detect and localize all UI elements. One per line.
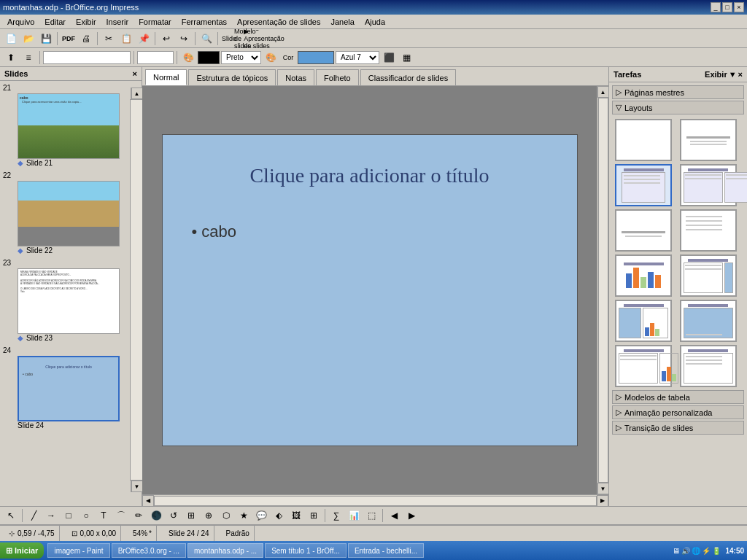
color2-select[interactable]: Azul 7 <box>336 51 379 64</box>
callout-tool[interactable]: 💬 <box>253 508 269 524</box>
arrow-line-tool[interactable]: → <box>43 508 59 524</box>
vscroll-up[interactable]: ▲ <box>597 86 609 98</box>
arrow-tool[interactable]: ↖ <box>3 508 19 524</box>
tasks-close-button[interactable]: × <box>738 70 743 79</box>
hscroll-left[interactable]: ◀ <box>142 495 154 507</box>
slide-23-thumbnail[interactable]: MIRA A VERDADE E NÃO VERDADE ACERCA DA P… <box>18 268 120 334</box>
ellipse-tool[interactable]: ○ <box>78 508 94 524</box>
master-pages-section[interactable]: ▷ Páginas mestres <box>612 85 744 99</box>
slide-24-thumbnail[interactable]: Clique para adicionar o título • cabo <box>18 356 120 421</box>
save-button[interactable]: 💾 <box>38 31 54 47</box>
chart-tool2[interactable]: 📊 <box>346 508 362 524</box>
taskbar-item-paint[interactable]: imagem - Paint <box>47 543 109 558</box>
print-button[interactable]: 🖨 <box>78 31 94 47</box>
special-shapes[interactable]: ★ <box>236 508 252 524</box>
color-black-box[interactable] <box>198 51 220 64</box>
flowchart-tool[interactable]: ⬖ <box>271 508 287 524</box>
formula-tool[interactable]: ∑ <box>328 508 344 524</box>
slide-item-23[interactable]: 23 MIRA A VERDADE E NÃO VERDADE ACERCA D… <box>3 259 139 342</box>
insert-obj[interactable]: ⬚ <box>363 508 379 524</box>
find-button[interactable]: 🔍 <box>198 31 214 47</box>
position-field[interactable]: 0,59 / -4,75 <box>137 51 174 64</box>
layout-title-content[interactable] <box>615 164 672 206</box>
taskbar-item-entrada[interactable]: Entrada - bechelli... <box>348 543 424 558</box>
tab-notes[interactable]: Notas <box>277 69 314 85</box>
cor-label-btn[interactable]: Cor <box>280 50 296 66</box>
line-tool[interactable]: ╱ <box>26 508 42 524</box>
tab-slide-sorter[interactable]: Classificador de slides <box>360 69 456 85</box>
tab-structure[interactable]: Estrutura de tópicos <box>188 69 276 85</box>
rotate-tool[interactable]: ↺ <box>166 508 182 524</box>
3d-tool[interactable]: ⬡ <box>218 508 234 524</box>
tasks-chevron[interactable]: ▼ <box>729 70 737 79</box>
scroll-down-button[interactable]: ▼ <box>131 481 143 492</box>
slide-item-24[interactable]: 24 Clique para adicionar o título • cabo… <box>3 346 139 429</box>
new-button[interactable]: 📄 <box>3 31 19 47</box>
font-combo[interactable] <box>43 51 131 64</box>
open-button[interactable]: 📂 <box>20 31 36 47</box>
menu-apresentacao[interactable]: Apresentação de slides <box>233 16 325 28</box>
color-picker[interactable]: 🎨 <box>180 50 196 66</box>
layout-12[interactable] <box>680 345 737 387</box>
shadow-tool[interactable]: 🌑 <box>148 508 164 524</box>
maximize-button[interactable]: □ <box>722 2 732 12</box>
connectors-tool[interactable]: ⊕ <box>201 508 217 524</box>
layout-title[interactable] <box>680 119 737 161</box>
layout-blank[interactable] <box>615 119 672 161</box>
taskbar-item-montanhas[interactable]: montanhas.odp - ... <box>187 543 263 558</box>
table-tool[interactable]: ⊞ <box>306 508 322 524</box>
bullet-btn[interactable]: ≡ <box>20 50 36 66</box>
paste-button[interactable]: 📌 <box>136 31 152 47</box>
present-btn[interactable]: ▶ Apresentação de slides <box>256 31 272 47</box>
color-select[interactable]: Preto <box>221 51 261 64</box>
tab-normal[interactable]: Normal <box>145 69 187 85</box>
menu-arquivo[interactable]: Arquivo <box>3 16 39 28</box>
layout-text-chart[interactable] <box>615 300 672 342</box>
slide-canvas[interactable]: Clique para adicionar o título • cabo <box>162 134 578 446</box>
slide-22-thumbnail[interactable] <box>18 181 120 246</box>
layout-centered-title[interactable] <box>615 209 672 252</box>
tasks-show-button[interactable]: Exibir <box>705 70 727 79</box>
rect-tool[interactable]: □ <box>61 508 77 524</box>
content-vscrollbar[interactable]: ▲ ▼ <box>597 86 608 494</box>
slides-close-button[interactable]: × <box>133 69 137 78</box>
vscroll-down[interactable]: ▼ <box>597 483 609 494</box>
pdf-button[interactable]: PDF <box>61 31 77 47</box>
bold-arrow[interactable]: ⬆ <box>3 50 19 66</box>
layout-lines[interactable] <box>680 209 737 252</box>
menu-exibir[interactable]: Exibir <box>71 16 101 28</box>
insert-pic[interactable]: 🖼 <box>288 508 304 524</box>
slide-item-21[interactable]: 21 cabo Clique para acrescentar uma visã… <box>3 84 139 167</box>
table-models-section[interactable]: ▷ Modelos de tabela <box>612 390 744 404</box>
tab-handout[interactable]: Folheto <box>316 69 359 85</box>
layout-title-text[interactable] <box>680 300 737 342</box>
slide-21-thumbnail[interactable]: cabo Clique para acrescentar uma visão d… <box>18 93 120 159</box>
minimize-button[interactable]: _ <box>711 2 721 12</box>
menu-ferramentas[interactable]: Ferramentas <box>177 16 231 28</box>
slide-item-22[interactable]: 22 ◆ Slide 22 <box>3 171 139 254</box>
slide-content-area[interactable]: • cabo <box>192 222 548 416</box>
taskbar-item-semtitulo[interactable]: Sem título 1 - BrOff... <box>265 543 347 558</box>
menu-formatar[interactable]: Formatar <box>134 16 176 28</box>
undo-button[interactable]: ↩ <box>158 31 174 47</box>
layout-two-content[interactable] <box>680 164 737 206</box>
next-btn[interactable]: ▶ <box>403 508 419 524</box>
layout-image-text[interactable] <box>680 254 737 297</box>
slide-canvas-area[interactable]: Clique para adicionar o título • cabo <box>142 86 597 494</box>
slides-scrollbar[interactable]: ▲ ▼ <box>131 88 142 492</box>
hscroll-right[interactable]: ▶ <box>597 495 608 507</box>
taskbar-item-broffice[interactable]: BrOffice3.0.org - ... <box>112 543 186 558</box>
slide-transition-section[interactable]: ▷ Transição de slides <box>612 421 744 435</box>
custom-animation-section[interactable]: ▷ Animação personalizada <box>612 405 744 419</box>
redo-button[interactable]: ↪ <box>176 31 192 47</box>
cut-button[interactable]: ✂ <box>101 31 117 47</box>
start-button[interactable]: ⊞ Iniciar <box>0 542 44 559</box>
copy-button[interactable]: 📋 <box>118 31 134 47</box>
color-2-btn[interactable]: 🎨 <box>263 50 279 66</box>
slides-list[interactable]: 21 cabo Clique para acrescentar uma visã… <box>0 81 142 506</box>
menu-ajuda[interactable]: Ajuda <box>360 16 390 28</box>
zoom-status[interactable]: 54% * <box>128 526 157 541</box>
menu-janela[interactable]: Janela <box>326 16 358 28</box>
menu-inserir[interactable]: Inserir <box>102 16 133 28</box>
scroll-up-button[interactable]: ▲ <box>131 88 143 99</box>
